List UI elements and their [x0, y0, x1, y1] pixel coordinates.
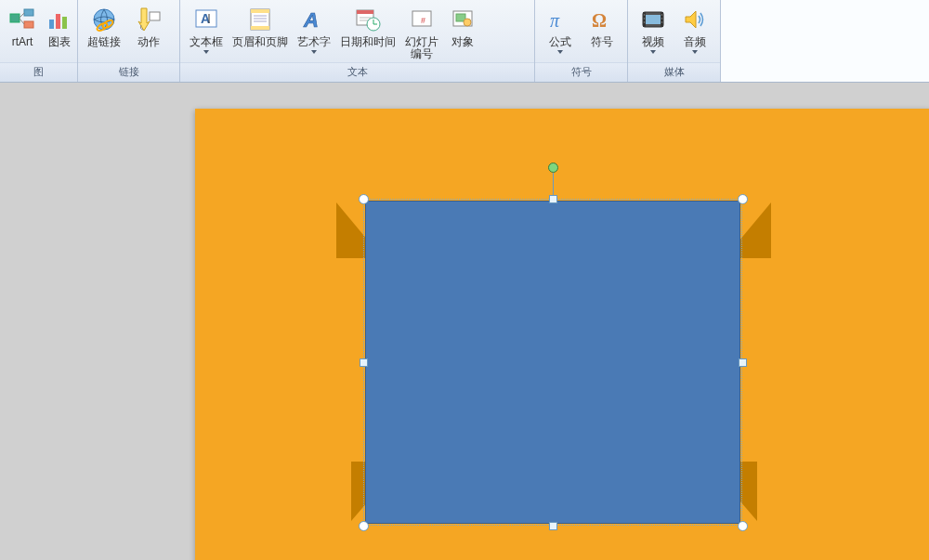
svg-rect-1: [24, 9, 33, 16]
svg-rect-16: [251, 9, 269, 13]
date-time-icon: [353, 5, 383, 34]
audio-icon: [680, 5, 710, 34]
svg-point-8: [94, 9, 114, 30]
chart-label: 图表: [48, 36, 71, 48]
svg-rect-23: [357, 10, 373, 14]
slide-number-label: 幻灯片 编号: [405, 36, 438, 60]
chart-button[interactable]: 图表: [41, 2, 78, 62]
selected-shape-rectangle[interactable]: [365, 201, 740, 524]
slide-number-icon: #: [407, 5, 437, 34]
date-time-label: 日期和时间: [340, 36, 396, 48]
object-label: 对象: [451, 36, 474, 48]
resize-handle-ne[interactable]: [738, 194, 748, 204]
header-footer-label: 页眉和页脚: [232, 36, 288, 48]
svg-rect-17: [251, 26, 269, 30]
svg-text:A: A: [303, 8, 319, 32]
hyperlink-button[interactable]: 超链接: [82, 2, 126, 62]
svg-text:Ω: Ω: [592, 10, 607, 31]
workspace[interactable]: [0, 83, 929, 560]
textbox-label: 文本框: [190, 36, 223, 48]
date-time-button[interactable]: 日期和时间: [336, 2, 399, 62]
textbox-icon: A: [191, 5, 221, 34]
resize-handle-w[interactable]: [360, 358, 368, 367]
svg-line-3: [20, 13, 24, 18]
resize-handle-s[interactable]: [549, 522, 557, 530]
svg-point-42: [643, 21, 645, 23]
slide-canvas[interactable]: [195, 109, 929, 560]
svg-point-45: [661, 21, 662, 23]
resize-handle-sw[interactable]: [359, 521, 369, 531]
group-label-symbols: 符号: [535, 62, 627, 82]
svg-line-4: [20, 19, 24, 24]
video-button[interactable]: 视频: [632, 2, 674, 62]
header-footer-icon: [245, 5, 275, 34]
equation-icon: π: [545, 5, 575, 34]
object-icon: [448, 5, 478, 34]
smartart-button[interactable]: rtArt: [4, 2, 41, 62]
symbol-label: 符号: [591, 36, 613, 48]
group-label-text: 文本: [180, 62, 534, 82]
video-icon: [638, 5, 668, 34]
resize-handle-nw[interactable]: [359, 194, 369, 204]
smartart-icon: [7, 5, 37, 34]
svg-rect-7: [62, 17, 67, 29]
textbox-button[interactable]: A 文本框: [184, 2, 229, 62]
ribbon-group-links: 超链接 动作 链接: [78, 0, 180, 82]
svg-point-41: [643, 18, 645, 20]
resize-handle-e[interactable]: [739, 358, 747, 367]
ribbon-group-text: A 文本框 页眉和页脚 A 艺术字: [180, 0, 535, 82]
rotation-handle[interactable]: [548, 163, 558, 173]
group-label-illustrations: 图: [0, 62, 77, 82]
hyperlink-icon: [89, 5, 119, 34]
chevron-down-icon: [203, 50, 209, 54]
svg-rect-5: [49, 20, 54, 29]
wordart-button[interactable]: A 艺术字: [292, 2, 336, 62]
hyperlink-label: 超链接: [87, 36, 121, 48]
chevron-down-icon: [692, 50, 698, 54]
svg-point-43: [661, 14, 662, 16]
resize-handle-se[interactable]: [738, 521, 748, 531]
resize-handle-n[interactable]: [549, 195, 557, 203]
group-label-links: 链接: [78, 62, 179, 82]
symbol-icon: Ω: [587, 5, 617, 34]
smartart-label: rtArt: [12, 36, 33, 48]
symbol-button[interactable]: Ω 符号: [582, 2, 624, 62]
action-icon: [134, 5, 164, 34]
svg-text:π: π: [550, 10, 560, 31]
chevron-down-icon: [650, 50, 656, 54]
audio-label: 音频: [684, 36, 706, 48]
svg-rect-6: [56, 14, 60, 29]
group-label-media: 媒体: [628, 62, 720, 82]
action-button[interactable]: 动作: [126, 2, 171, 62]
video-label: 视频: [642, 36, 664, 48]
ribbon-group-symbols: π 公式 Ω 符号 符号: [535, 0, 628, 82]
svg-text:#: #: [421, 16, 425, 25]
object-button[interactable]: 对象: [444, 2, 481, 62]
svg-rect-37: [646, 15, 661, 24]
wordart-label: 艺术字: [297, 36, 331, 48]
header-footer-button[interactable]: 页眉和页脚: [229, 2, 292, 62]
equation-button[interactable]: π 公式: [539, 2, 582, 62]
ribbon-group-media: 视频 音频 媒体: [628, 0, 721, 82]
svg-rect-2: [24, 21, 33, 28]
chevron-down-icon: [557, 50, 563, 54]
svg-point-44: [661, 18, 662, 20]
chart-icon: [45, 5, 74, 34]
ribbon: rtArt 图表 图 超链接 动作: [0, 0, 929, 83]
svg-rect-0: [10, 14, 20, 22]
action-label: 动作: [137, 36, 160, 48]
audio-button[interactable]: 音频: [674, 2, 717, 62]
ribbon-group-illustrations: rtArt 图表 图: [0, 0, 78, 82]
equation-label: 公式: [549, 36, 571, 48]
slide-number-button[interactable]: # 幻灯片 编号: [399, 2, 444, 62]
svg-point-40: [643, 14, 645, 16]
svg-rect-11: [150, 12, 160, 20]
svg-point-33: [464, 19, 471, 26]
wordart-icon: A: [299, 5, 329, 34]
chevron-down-icon: [311, 50, 317, 54]
